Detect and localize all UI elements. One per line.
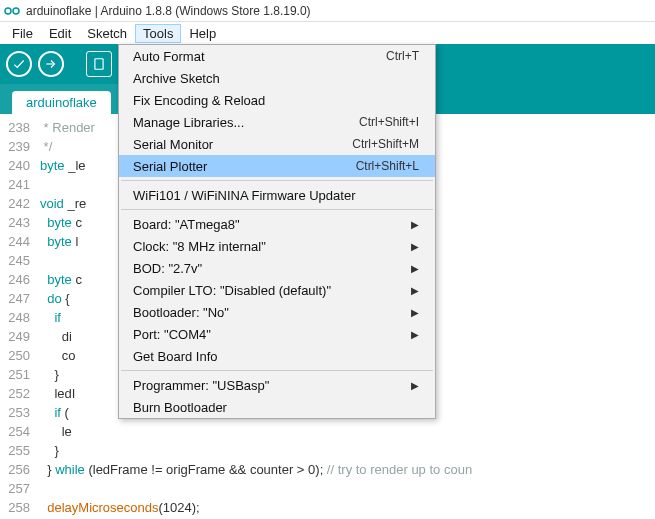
line-gutter: 2382392402412422432442452462472482492502… xyxy=(0,114,36,519)
line-number: 256 xyxy=(0,460,30,479)
window-title-bar: arduinoflake | Arduino 1.8.8 (Windows St… xyxy=(0,0,655,22)
line-number: 243 xyxy=(0,213,30,232)
menu-board[interactable]: Board: "ATmega8" ▶ xyxy=(119,213,435,235)
line-number: 253 xyxy=(0,403,30,422)
menu-file[interactable]: File xyxy=(4,24,41,43)
svg-point-1 xyxy=(13,8,19,14)
submenu-arrow-icon: ▶ xyxy=(403,263,419,274)
line-number: 240 xyxy=(0,156,30,175)
line-number: 248 xyxy=(0,308,30,327)
line-number: 252 xyxy=(0,384,30,403)
menu-serial-plotter[interactable]: Serial Plotter Ctrl+Shift+L xyxy=(119,155,435,177)
menu-help[interactable]: Help xyxy=(181,24,224,43)
code-line[interactable]: } while (ledFrame != origFrame && counte… xyxy=(40,460,655,479)
menu-burn-bootloader[interactable]: Burn Bootloader xyxy=(119,396,435,418)
menu-separator xyxy=(121,180,433,181)
menu-wifi-updater[interactable]: WiFi101 / WiFiNINA Firmware Updater xyxy=(119,184,435,206)
verify-button[interactable] xyxy=(6,51,32,77)
code-line[interactable]: le xyxy=(40,422,655,441)
menu-get-board-info[interactable]: Get Board Info xyxy=(119,345,435,367)
line-number: 257 xyxy=(0,479,30,498)
menu-bar: File Edit Sketch Tools Help xyxy=(0,22,655,44)
arduino-logo-icon xyxy=(4,3,20,19)
line-number: 247 xyxy=(0,289,30,308)
menu-separator xyxy=(121,370,433,371)
menu-fix-encoding[interactable]: Fix Encoding & Reload xyxy=(119,89,435,111)
menu-tools[interactable]: Tools xyxy=(135,24,181,43)
submenu-arrow-icon: ▶ xyxy=(403,241,419,252)
tools-dropdown: Auto Format Ctrl+T Archive Sketch Fix En… xyxy=(118,44,436,419)
submenu-arrow-icon: ▶ xyxy=(403,285,419,296)
code-line[interactable] xyxy=(40,479,655,498)
menu-compiler-lto[interactable]: Compiler LTO: "Disabled (default)" ▶ xyxy=(119,279,435,301)
menu-sketch[interactable]: Sketch xyxy=(79,24,135,43)
menu-bootloader[interactable]: Bootloader: "No" ▶ xyxy=(119,301,435,323)
submenu-arrow-icon: ▶ xyxy=(403,329,419,340)
menu-edit[interactable]: Edit xyxy=(41,24,79,43)
line-number: 241 xyxy=(0,175,30,194)
menu-programmer[interactable]: Programmer: "USBasp" ▶ xyxy=(119,374,435,396)
upload-button[interactable] xyxy=(38,51,64,77)
line-number: 254 xyxy=(0,422,30,441)
line-number: 245 xyxy=(0,251,30,270)
line-number: 249 xyxy=(0,327,30,346)
svg-point-0 xyxy=(5,8,11,14)
line-number: 250 xyxy=(0,346,30,365)
menu-clock[interactable]: Clock: "8 MHz internal" ▶ xyxy=(119,235,435,257)
submenu-arrow-icon: ▶ xyxy=(403,380,419,391)
submenu-arrow-icon: ▶ xyxy=(403,307,419,318)
toolbar-extension xyxy=(435,44,655,114)
line-number: 242 xyxy=(0,194,30,213)
line-number: 246 xyxy=(0,270,30,289)
svg-rect-3 xyxy=(95,59,103,70)
line-number: 258 xyxy=(0,498,30,517)
code-line[interactable]: } xyxy=(40,441,655,460)
line-number: 238 xyxy=(0,118,30,137)
tab-sketch[interactable]: arduinoflake xyxy=(12,91,111,114)
line-number: 244 xyxy=(0,232,30,251)
line-number: 239 xyxy=(0,137,30,156)
line-number: 255 xyxy=(0,441,30,460)
line-number: 251 xyxy=(0,365,30,384)
code-line[interactable]: delayMicroseconds(1024); xyxy=(40,498,655,517)
submenu-arrow-icon: ▶ xyxy=(403,219,419,230)
menu-port[interactable]: Port: "COM4" ▶ xyxy=(119,323,435,345)
menu-separator xyxy=(121,209,433,210)
new-sketch-button[interactable] xyxy=(86,51,112,77)
menu-archive-sketch[interactable]: Archive Sketch xyxy=(119,67,435,89)
menu-serial-monitor[interactable]: Serial Monitor Ctrl+Shift+M xyxy=(119,133,435,155)
menu-auto-format[interactable]: Auto Format Ctrl+T xyxy=(119,45,435,67)
menu-manage-libraries[interactable]: Manage Libraries... Ctrl+Shift+I xyxy=(119,111,435,133)
menu-bod[interactable]: BOD: "2.7v" ▶ xyxy=(119,257,435,279)
window-title: arduinoflake | Arduino 1.8.8 (Windows St… xyxy=(26,4,311,18)
